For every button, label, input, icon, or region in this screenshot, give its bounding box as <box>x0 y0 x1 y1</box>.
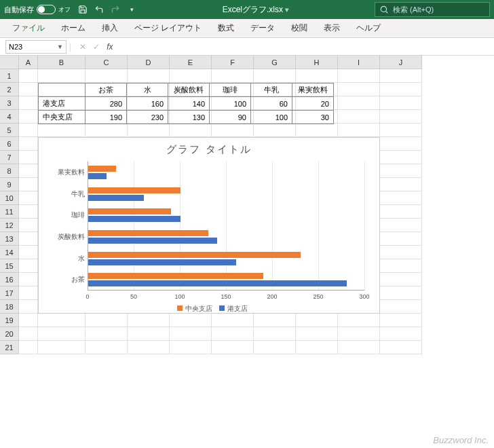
row-header[interactable]: 17 <box>0 286 19 300</box>
chart-bar[interactable] <box>88 208 171 214</box>
cell[interactable] <box>380 205 422 219</box>
chart-bar[interactable] <box>88 252 301 258</box>
row-header[interactable]: 21 <box>0 341 19 354</box>
cell[interactable] <box>254 69 296 83</box>
cell[interactable] <box>380 191 422 205</box>
table-cell[interactable]: 160 <box>127 97 168 111</box>
cell[interactable] <box>296 327 338 341</box>
cell[interactable] <box>19 83 38 96</box>
chart-bar[interactable] <box>88 259 236 265</box>
cancel-icon[interactable]: ✕ <box>79 42 86 52</box>
cell[interactable] <box>19 219 38 232</box>
col-header[interactable]: C <box>86 56 128 69</box>
chart-bar[interactable] <box>88 166 116 172</box>
cell[interactable] <box>338 124 380 137</box>
row-header[interactable]: 8 <box>0 164 19 178</box>
chart-bar[interactable] <box>88 216 180 222</box>
ribbon-tab-7[interactable]: 表示 <box>317 19 347 37</box>
cell[interactable] <box>338 96 380 110</box>
cell[interactable] <box>254 341 296 354</box>
cell[interactable] <box>19 124 38 137</box>
cell[interactable] <box>19 341 38 354</box>
worksheet-grid[interactable]: ABCDEFGHIJ123456789101112131415161718192… <box>0 56 494 448</box>
cell[interactable] <box>86 327 128 341</box>
cell[interactable] <box>380 96 422 110</box>
table-cell[interactable]: 20 <box>292 97 334 111</box>
row-header[interactable]: 12 <box>0 219 19 232</box>
ribbon-tab-4[interactable]: 数式 <box>211 19 241 37</box>
table-cell[interactable]: 60 <box>251 97 292 111</box>
chart-bar[interactable] <box>88 187 180 193</box>
col-header[interactable]: A <box>19 56 38 69</box>
cell[interactable] <box>19 232 38 246</box>
cell[interactable] <box>338 110 380 124</box>
ribbon-tab-6[interactable]: 校閲 <box>284 19 314 37</box>
row-header[interactable]: 15 <box>0 259 19 273</box>
cell[interactable] <box>19 191 38 205</box>
cell[interactable] <box>380 137 422 151</box>
table-header[interactable] <box>39 83 86 97</box>
chart-bar[interactable] <box>88 280 347 286</box>
cell[interactable] <box>380 341 422 354</box>
table-cell[interactable]: 90 <box>210 111 251 124</box>
chart-plot-area[interactable]: 050100150200250300果実飲料牛乳珈琲炭酸飲料水お茶 <box>88 162 364 291</box>
cell[interactable] <box>296 124 338 137</box>
cell[interactable] <box>38 341 86 354</box>
table-header[interactable]: 果実飲料 <box>292 83 334 97</box>
chevron-down-icon[interactable]: ▾ <box>126 4 137 15</box>
cell[interactable] <box>380 286 422 300</box>
col-header[interactable]: F <box>212 56 254 69</box>
cell[interactable] <box>380 164 422 178</box>
undo-icon[interactable] <box>94 4 104 15</box>
cell[interactable] <box>380 69 422 83</box>
cell[interactable] <box>254 124 296 137</box>
chart-title[interactable]: グラフ タイトル <box>39 138 379 159</box>
table-row-label[interactable]: 港支店 <box>39 97 86 111</box>
cell[interactable] <box>86 124 128 137</box>
cell[interactable] <box>338 341 380 354</box>
cell[interactable] <box>380 110 422 124</box>
row-header[interactable]: 20 <box>0 327 19 341</box>
autosave-toggle[interactable]: 自動保存 オフ <box>4 5 71 15</box>
row-header[interactable]: 10 <box>0 191 19 205</box>
save-icon[interactable] <box>77 4 88 15</box>
table-cell[interactable]: 140 <box>168 97 210 111</box>
cell[interactable] <box>19 178 38 191</box>
search-box[interactable]: 検索 (Alt+Q) <box>375 2 490 17</box>
ribbon-tab-5[interactable]: データ <box>244 19 282 37</box>
cell[interactable] <box>338 69 380 83</box>
col-header[interactable]: E <box>170 56 212 69</box>
chart-legend[interactable]: 中央支店港支店 <box>39 292 379 318</box>
row-header[interactable]: 9 <box>0 178 19 191</box>
cell[interactable] <box>19 137 38 151</box>
cell[interactable] <box>380 124 422 137</box>
chart-bar[interactable] <box>88 230 208 236</box>
select-all-corner[interactable] <box>0 56 19 69</box>
cell[interactable] <box>19 246 38 259</box>
cell[interactable] <box>338 327 380 341</box>
cell[interactable] <box>212 124 254 137</box>
col-header[interactable]: I <box>338 56 380 69</box>
cell[interactable] <box>296 341 338 354</box>
row-header[interactable]: 7 <box>0 151 19 164</box>
cell[interactable] <box>380 178 422 191</box>
cell[interactable] <box>380 300 422 314</box>
table-row-label[interactable]: 中央支店 <box>39 111 86 124</box>
cell[interactable] <box>170 69 212 83</box>
cell[interactable] <box>212 327 254 341</box>
cell[interactable] <box>19 110 38 124</box>
formula-input[interactable] <box>113 40 494 54</box>
row-header[interactable]: 6 <box>0 137 19 151</box>
cell[interactable] <box>170 341 212 354</box>
cell[interactable] <box>128 69 170 83</box>
ribbon-tab-8[interactable]: ヘルプ <box>349 19 387 37</box>
row-header[interactable]: 5 <box>0 124 19 137</box>
chart-object[interactable]: グラフ タイトル050100150200250300果実飲料牛乳珈琲炭酸飲料水お… <box>38 137 380 314</box>
chart-bar[interactable] <box>88 195 144 201</box>
row-header[interactable]: 11 <box>0 205 19 219</box>
cell[interactable] <box>19 273 38 286</box>
cell[interactable] <box>380 232 422 246</box>
cell[interactable] <box>128 124 170 137</box>
col-header[interactable]: B <box>38 56 86 69</box>
cell[interactable] <box>380 83 422 96</box>
